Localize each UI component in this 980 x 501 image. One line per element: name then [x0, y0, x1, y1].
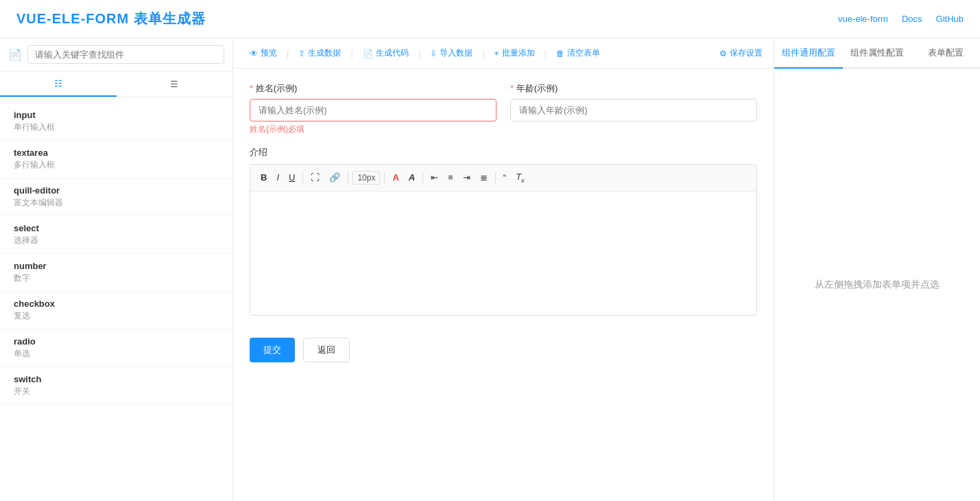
component-checkbox-desc: 复选	[14, 310, 219, 322]
upload-icon: ⇧	[298, 49, 305, 58]
field-name: * 姓名(示例) 姓名(示例)必填	[250, 82, 497, 135]
component-input-desc: 单行输入框	[14, 121, 219, 133]
sidebar: 📄 ☷ ☰ input 单行输入框 textarea 多行输入框 quill-e…	[0, 38, 233, 501]
editor-sep1	[302, 172, 303, 184]
component-checkbox[interactable]: checkbox 复选	[0, 292, 232, 329]
italic-button[interactable]: I	[273, 171, 283, 184]
center-content: 👁 预览 | ⇧ 生成数据 | 📄 生成代码 | ⇩ 导入数据 | + 批量添加	[233, 38, 774, 501]
right-panel-empty: 从左侧拖拽添加表单项并点选	[774, 69, 980, 501]
batch-add-button[interactable]: + 批量添加	[489, 44, 540, 62]
field-age-input[interactable]	[510, 99, 757, 121]
image-button[interactable]: ⛶	[307, 171, 323, 184]
component-switch-desc: 开关	[14, 386, 219, 397]
file-icon: 📄	[8, 48, 22, 61]
link-button[interactable]: 🔗	[326, 171, 344, 184]
gen-code-button[interactable]: 📄 生成代码	[357, 44, 414, 62]
vue-ele-form-link[interactable]: vue-ele-form	[838, 14, 888, 24]
tab-form-config[interactable]: 表单配置	[911, 38, 980, 67]
align-left-button[interactable]: ⇤	[427, 171, 442, 184]
sidebar-tabs: ☷ ☰	[0, 71, 232, 97]
underline-button[interactable]: U	[285, 171, 298, 184]
component-radio-name: radio	[14, 336, 219, 347]
component-switch-name: switch	[14, 374, 219, 384]
font-size[interactable]: 10px	[352, 171, 380, 185]
field-age: * 年龄(示例)	[510, 82, 757, 135]
preview-button[interactable]: 👁 预览	[244, 44, 283, 62]
component-quill-name: quill-editor	[14, 185, 219, 196]
github-link[interactable]: GitHub	[936, 14, 964, 24]
sidebar-toolbar: 📄	[0, 38, 232, 71]
align-right-button[interactable]: ⇥	[459, 171, 474, 184]
sidebar-tab-list[interactable]: ☰	[117, 71, 233, 97]
form-bottom: 提交 返回	[250, 327, 757, 373]
component-select[interactable]: select 选择器	[0, 216, 232, 254]
sidebar-tab-grid[interactable]: ☷	[0, 71, 117, 97]
editor-sep5	[495, 172, 496, 184]
component-input-name: input	[14, 110, 219, 120]
divider4: |	[482, 48, 484, 58]
justify-button[interactable]: ≣	[477, 171, 491, 184]
intro-label: 介绍	[250, 146, 757, 159]
component-number-desc: 数字	[14, 272, 219, 284]
tab-component-common[interactable]: 组件通用配置	[774, 38, 843, 69]
bg-color-button[interactable]: A	[405, 171, 418, 184]
right-tabs: 组件通用配置 组件属性配置 表单配置	[774, 38, 980, 69]
form-row-1: * 姓名(示例) 姓名(示例)必填 * 年龄(示例)	[250, 82, 757, 135]
component-select-name: select	[14, 223, 219, 233]
divider3: |	[418, 48, 420, 58]
plus-icon: +	[494, 49, 499, 58]
main-layout: 📄 ☷ ☰ input 单行输入框 textarea 多行输入框 quill-e…	[0, 38, 980, 501]
list-icon: ☰	[170, 79, 178, 89]
quote-button[interactable]: “	[500, 171, 510, 184]
component-select-desc: 选择器	[14, 235, 219, 246]
component-radio[interactable]: radio 单选	[0, 329, 232, 367]
component-quill-desc: 富文本编辑器	[14, 197, 219, 209]
grid-icon: ☷	[54, 78, 62, 89]
component-textarea[interactable]: textarea 多行输入框	[0, 141, 232, 178]
download-icon: ⇩	[430, 49, 437, 58]
settings-icon: ⚙	[719, 49, 727, 58]
header-links: vue-ele-form Docs GitHub	[838, 14, 964, 24]
divider1: |	[287, 48, 289, 58]
tab-component-props[interactable]: 组件属性配置	[843, 38, 911, 67]
component-number-name: number	[14, 261, 219, 271]
import-data-button[interactable]: ⇩ 导入数据	[425, 44, 478, 62]
field-name-input[interactable]	[250, 99, 497, 121]
component-textarea-name: textarea	[14, 148, 219, 158]
component-list: input 单行输入框 textarea 多行输入框 quill-editor …	[0, 97, 232, 501]
center-toolbar: 👁 预览 | ⇧ 生成数据 | 📄 生成代码 | ⇩ 导入数据 | + 批量添加	[233, 38, 774, 69]
right-panel: 组件通用配置 组件属性配置 表单配置 从左侧拖拽添加表单项并点选	[774, 38, 980, 501]
clear-format-button[interactable]: Tx	[512, 170, 527, 185]
field-name-label: * 姓名(示例)	[250, 82, 497, 95]
editor-sep3	[384, 172, 385, 184]
search-input[interactable]	[27, 45, 224, 64]
reset-button[interactable]: 返回	[303, 338, 350, 362]
component-quill-editor[interactable]: quill-editor 富文本编辑器	[0, 178, 232, 216]
component-radio-desc: 单选	[14, 348, 219, 360]
gen-data-button[interactable]: ⇧ 生成数据	[293, 44, 346, 62]
align-center-button[interactable]: ≡	[444, 171, 457, 184]
color-button[interactable]: A	[389, 171, 402, 184]
editor-body[interactable]	[250, 191, 756, 315]
component-input[interactable]: input 单行输入框	[0, 103, 232, 141]
docs-link[interactable]: Docs	[902, 14, 922, 24]
component-textarea-desc: 多行输入框	[14, 159, 219, 171]
divider2: |	[350, 48, 352, 58]
code-icon: 📄	[363, 49, 373, 58]
divider5: |	[545, 48, 547, 58]
component-switch[interactable]: switch 开关	[0, 367, 232, 405]
trash-icon: 🗑	[556, 49, 564, 58]
field-name-error: 姓名(示例)必填	[250, 124, 497, 135]
editor-toolbar: B I U ⛶ 🔗 10px A A ⇤ ≡ ⇥	[250, 165, 756, 191]
component-checkbox-name: checkbox	[14, 299, 219, 309]
app-title: VUE-ELE-FORM 表单生成器	[16, 10, 206, 28]
bold-button[interactable]: B	[257, 171, 270, 184]
eye-icon: 👁	[250, 49, 258, 58]
save-button[interactable]: ⚙ 保存设置	[719, 47, 763, 59]
required-star-age: *	[510, 83, 514, 93]
form-canvas: * 姓名(示例) 姓名(示例)必填 * 年龄(示例) 介绍	[233, 69, 774, 501]
clear-button[interactable]: 🗑 清空表单	[551, 44, 606, 62]
submit-button[interactable]: 提交	[250, 338, 295, 362]
editor-sep4	[422, 172, 423, 184]
component-number[interactable]: number 数字	[0, 254, 232, 292]
